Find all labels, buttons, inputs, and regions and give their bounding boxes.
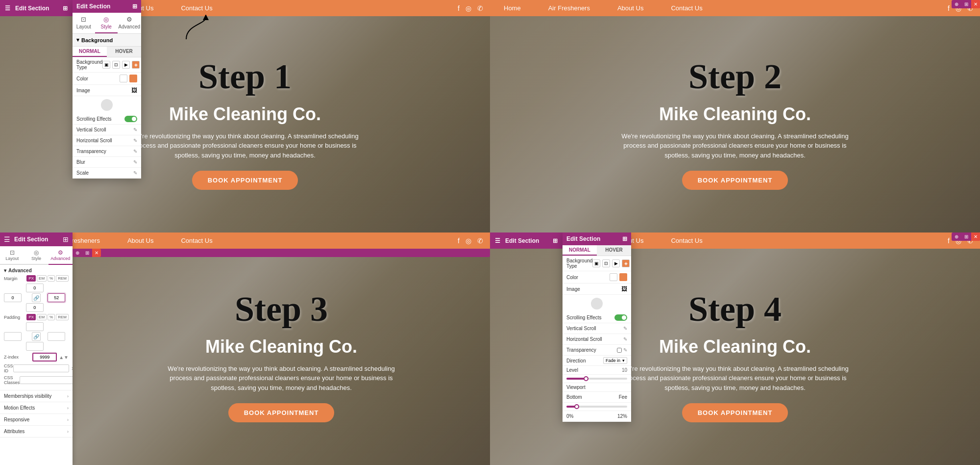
color-label-q1: Color: [76, 76, 88, 81]
float-grid-q4[interactable]: ⊞: [961, 232, 971, 241]
normal-hover-bar-q1: NORMAL HOVER: [73, 47, 141, 57]
vertical-scroll-edit-q4[interactable]: ✎: [623, 326, 627, 331]
bg-type-grad-q1[interactable]: ◈: [132, 61, 140, 69]
padding-bottom-input-q3[interactable]: [26, 342, 44, 351]
margin-bottom-input-q3[interactable]: [26, 303, 44, 312]
padding-right-input-q3[interactable]: [48, 332, 65, 341]
float-close-q3[interactable]: ✕: [92, 249, 101, 257]
padding-top-input-q3[interactable]: [26, 322, 44, 331]
panel-tab-advanced-q1[interactable]: ⚙ Advanced: [118, 13, 141, 33]
horizontal-scroll-edit-q1[interactable]: ✎: [133, 138, 137, 143]
left-sidebar-q3: ☰ Edit Section ⊞ ⊡ Layout ◎ Style ⚙ Adva…: [0, 232, 73, 465]
viewport-pct2-q4: 12%: [617, 413, 627, 419]
float-move-q2[interactable]: ⊕: [952, 0, 961, 8]
color-swatch-empty-q4[interactable]: [610, 273, 617, 281]
hamburger-icon-q1: ☰: [5, 5, 10, 12]
vertical-scroll-edit-q1[interactable]: ✎: [133, 127, 137, 132]
normal-tab-q1[interactable]: NORMAL: [73, 47, 107, 57]
float-close-q4[interactable]: ✕: [971, 232, 980, 241]
book-btn-q1[interactable]: BOOK APPOINTMENT: [192, 171, 298, 190]
nav-home-q2[interactable]: Home: [490, 0, 535, 16]
zindex-input-q3[interactable]: [32, 353, 57, 362]
blur-edit-q1[interactable]: ✎: [133, 159, 137, 165]
nav-contact-q4[interactable]: Contact Us: [657, 232, 716, 249]
horizontal-scroll-edit-q4[interactable]: ✎: [623, 336, 627, 342]
float-close-q2[interactable]: ✕: [971, 0, 980, 8]
padding-left-input-q3[interactable]: [4, 332, 22, 341]
pad-unit-px-q3[interactable]: PX: [26, 314, 36, 320]
pad-link-icon-q3[interactable]: 🔗: [32, 332, 41, 341]
sidebar-tab-advanced-q3[interactable]: ⚙ Advanced: [49, 246, 73, 265]
unit-rem-q3[interactable]: %: [48, 275, 55, 282]
nav-contact-q2[interactable]: Contact Us: [657, 0, 716, 16]
color-swatch-empty-q1[interactable]: [120, 75, 127, 82]
viewport-thumb-q4[interactable]: [574, 404, 579, 409]
nav-social-q3: f ◎ ✆: [458, 237, 490, 245]
panel-tab-layout-q1[interactable]: ⊡ Layout: [73, 13, 95, 33]
facebook-icon-q4: f: [948, 237, 950, 245]
margin-left-input-q3[interactable]: [4, 293, 22, 302]
nav-contact-q3[interactable]: Contact Us: [167, 232, 226, 249]
direction-dropdown-q4[interactable]: Fade in ▾: [603, 357, 627, 364]
vertical-scroll-label-q4: Vertical Scroll: [566, 326, 596, 331]
transparency-edit-q1[interactable]: ✎: [133, 149, 137, 154]
nav-contact-q1[interactable]: Contact Us: [167, 0, 226, 16]
transparency-row-q4: Transparency ✎: [563, 345, 631, 356]
cssid-delete-q3[interactable]: ✕: [71, 366, 73, 371]
nav-about-q3[interactable]: About Us: [114, 232, 167, 249]
transparency-check-q4[interactable]: [617, 348, 622, 353]
unit-vw-q3[interactable]: REM: [56, 275, 69, 282]
quadrant-1: Home Air Fresheners About Us Contact Us …: [0, 0, 490, 232]
facebook-icon-q1: f: [458, 4, 460, 12]
attributes-q3[interactable]: Attributes ›: [0, 426, 73, 438]
margin-link-q3: 🔗: [26, 293, 47, 302]
responsive-q3[interactable]: Responsive ›: [0, 414, 73, 426]
slider-thumb-q4[interactable]: [584, 376, 588, 381]
memberships-q3[interactable]: Memberships visibility ›: [0, 390, 73, 402]
bg-type-vid-q1[interactable]: ▶: [122, 61, 130, 69]
transparency-edit-q4[interactable]: ✎: [623, 347, 627, 353]
unit-px-q3[interactable]: PX: [26, 275, 36, 282]
sidebar-tab-style-q3[interactable]: ◎ Style: [24, 246, 48, 264]
float-grid-q2[interactable]: ⊞: [961, 0, 971, 8]
bg-type-img-q4[interactable]: ⊡: [602, 259, 610, 267]
link-icon-q3[interactable]: 🔗: [32, 293, 41, 302]
facebook-icon-q3: f: [458, 237, 460, 245]
pad-unit-em-q3[interactable]: EM: [37, 314, 47, 320]
margin-top-input-q3[interactable]: [26, 284, 44, 292]
bg-type-grad-q4[interactable]: ◈: [622, 259, 630, 267]
cssclasses-input-q3[interactable]: [20, 376, 73, 384]
margin-right-input-q3[interactable]: [48, 293, 65, 302]
color-swatch-q4[interactable]: [619, 273, 627, 281]
motion-effects-q3[interactable]: Motion Effects ›: [0, 402, 73, 414]
float-move-q4[interactable]: ⊕: [952, 232, 961, 241]
nav-about-q2[interactable]: About Us: [604, 0, 657, 16]
sidebar-tab-layout-q3[interactable]: ⊡ Layout: [0, 246, 24, 264]
nav-air-q2[interactable]: Air Fresheners: [535, 0, 604, 16]
scroll-toggle-q4[interactable]: [614, 314, 627, 321]
image-icon-q1: 🖼: [131, 87, 137, 94]
hover-tab-q4[interactable]: HOVER: [597, 245, 631, 256]
unit-em-q3[interactable]: EM: [37, 275, 47, 282]
scale-edit-q1[interactable]: ✎: [133, 170, 137, 176]
tagline-q2: We're revolutionizing the way you think …: [617, 131, 853, 160]
color-swatch-q1[interactable]: [129, 75, 137, 82]
pad-unit-pct-q3[interactable]: %: [48, 314, 55, 320]
step-label-q4: Step 4: [688, 291, 782, 327]
float-grid-q3[interactable]: ⊞: [82, 249, 92, 257]
book-btn-q2[interactable]: BOOK APPOINTMENT: [682, 171, 788, 190]
panel-tab-style-q1[interactable]: ◎ Style: [95, 13, 118, 33]
bg-type-color-q1[interactable]: ▣: [102, 61, 110, 69]
bg-type-vid-q4[interactable]: ▶: [612, 259, 620, 267]
cssid-input-q3[interactable]: [13, 364, 69, 372]
hover-tab-q1[interactable]: HOVER: [107, 47, 141, 57]
normal-tab-q4[interactable]: NORMAL: [563, 245, 597, 256]
pad-unit-rem-q3[interactable]: REM: [56, 314, 69, 320]
float-move-q3[interactable]: ⊕: [73, 249, 82, 257]
bg-type-img-q1[interactable]: ⊡: [112, 61, 120, 69]
book-btn-q4[interactable]: BOOK APPOINTMENT: [682, 403, 788, 422]
book-btn-q3[interactable]: BOOK APPOINTMENT: [228, 403, 335, 422]
scroll-toggle-q1[interactable]: [124, 116, 137, 122]
pad-bot-r-q3: [48, 342, 69, 351]
bg-type-color-q4[interactable]: ▣: [592, 259, 600, 267]
